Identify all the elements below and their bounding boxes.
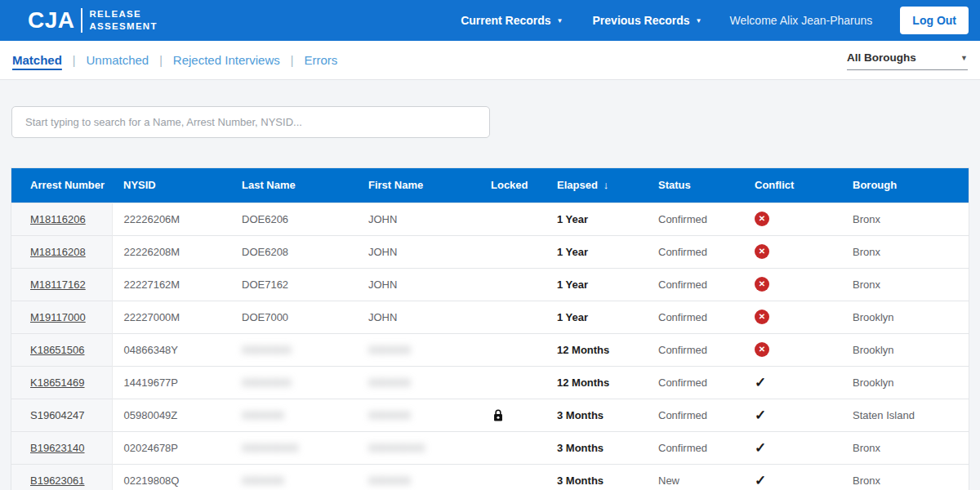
topnav-dropdown-current-records[interactable]: Current Records ▼ <box>461 14 563 27</box>
arrest-number-link[interactable]: M18117162 <box>30 278 86 291</box>
locked-cell <box>479 203 546 235</box>
elapsed-cell: 1 Year <box>546 235 647 268</box>
column-header-last-name[interactable]: Last Name <box>230 168 357 203</box>
column-header-elapsed[interactable]: Elapsed↓ <box>546 168 647 203</box>
table-row[interactable]: M18116206 22226206M DOE6206 JOHN 1 Year … <box>11 203 969 235</box>
tab-separator: | <box>73 54 76 67</box>
column-header-locked[interactable]: Locked <box>479 168 546 203</box>
column-header-status[interactable]: Status <box>647 168 743 203</box>
tab-separator: | <box>159 54 163 67</box>
cja-logo: CJA RELEASE ASSESMENT <box>28 8 158 33</box>
locked-cell <box>479 431 546 464</box>
arrest-number-cell: B19623061 <box>11 464 112 490</box>
nysid-cell: 22227162M <box>112 268 230 301</box>
arrest-number-link[interactable]: M19117000 <box>30 311 86 323</box>
arrest-number-link[interactable]: B19623061 <box>30 474 85 487</box>
conflict-cell: ✕ ✓ <box>743 399 841 431</box>
first-name-cell: XXXXXXXX <box>357 431 479 464</box>
topnav-dropdowns: Current Records ▼ Previous Records ▼ <box>461 14 702 27</box>
first-name-cell: JOHN <box>357 268 479 301</box>
locked-cell <box>479 399 546 431</box>
table-row[interactable]: S19604247 05980049Z XXXXXX XXXXXX 3 Mont… <box>11 399 969 431</box>
arrest-number-link[interactable]: K18651469 <box>30 376 85 389</box>
last-name-cell: XXXXXXXX <box>230 431 357 464</box>
borough-cell: Bronx <box>841 235 969 268</box>
tab-matched[interactable]: Matched <box>12 53 62 67</box>
nysid-cell: 05980049Z <box>112 399 230 431</box>
table-row[interactable]: K18651506 04866348Y XXXXXXX XXXXXX 12 Mo… <box>11 333 969 366</box>
x-circle-icon: ✕ <box>755 310 769 324</box>
first-name-cell: XXXXXX <box>357 366 479 399</box>
table-row[interactable]: B19623061 02219808Q XXXXXX XXXXXX 3 Mont… <box>11 464 969 490</box>
product-name-line2: ASSESMENT <box>90 20 158 33</box>
conflict-cell: ✕ ✓ <box>743 464 841 490</box>
column-header-borough[interactable]: Borough <box>841 168 969 203</box>
conflict-cell: ✕ ✓ <box>743 333 841 366</box>
x-circle-icon: ✕ <box>755 212 769 226</box>
top-navigation: Current Records ▼ Previous Records ▼ Wel… <box>461 7 969 34</box>
borough-filter-select[interactable]: All Boroughs ▼ <box>847 51 968 70</box>
locked-cell <box>479 301 546 333</box>
table-row[interactable]: M18117162 22227162M DOE7162 JOHN 1 Year … <box>11 268 969 301</box>
x-circle-icon: ✕ <box>755 342 769 357</box>
column-header-conflict[interactable]: Conflict <box>743 168 841 203</box>
arrest-number-cell: S19604247 <box>11 399 112 431</box>
tab-unmatched[interactable]: Unmatched <box>86 53 149 67</box>
last-name-cell: DOE7162 <box>230 268 357 301</box>
elapsed-cell: 3 Months <box>546 399 647 431</box>
table-row[interactable]: M18116208 22226208M DOE6208 JOHN 1 Year … <box>11 235 969 268</box>
nysid-cell: 22226206M <box>112 203 230 235</box>
arrest-number-cell: B19623140 <box>11 431 112 464</box>
topnav-dropdown-label: Previous Records <box>593 14 690 27</box>
elapsed-cell: 3 Months <box>546 431 647 464</box>
elapsed-cell: 1 Year <box>546 301 647 333</box>
arrest-number-link[interactable]: M18116208 <box>30 246 86 258</box>
status-cell: Confirmed <box>647 203 743 235</box>
locked-cell <box>479 464 546 490</box>
column-header-first-name[interactable]: First Name <box>357 168 479 203</box>
first-name-cell: JOHN <box>357 235 479 268</box>
cja-logo-acronym: CJA <box>28 9 75 32</box>
search-row <box>11 106 980 138</box>
tab-rejected-interviews[interactable]: Rejected Interviews <box>173 53 280 67</box>
elapsed-cell: 12 Months <box>546 366 647 399</box>
arrest-number-link: S19604247 <box>30 409 85 421</box>
arrest-number-link[interactable]: K18651506 <box>30 344 85 356</box>
elapsed-cell: 12 Months <box>546 333 647 366</box>
last-name-cell: XXXXXX <box>230 464 357 490</box>
chevron-down-icon: ▼ <box>696 18 702 24</box>
arrest-number-cell: K18651469 <box>11 366 112 399</box>
chevron-down-icon: ▼ <box>557 18 564 24</box>
conflict-cell: ✕ ✓ <box>743 431 841 464</box>
table-row[interactable]: K18651469 14419677P XXXXXXX XXXXXX 12 Mo… <box>11 366 969 399</box>
arrest-number-cell: M18116208 <box>11 235 112 268</box>
topnav-dropdown-previous-records[interactable]: Previous Records ▼ <box>593 14 702 27</box>
last-name-cell: XXXXXX <box>230 399 357 431</box>
column-header-nysid[interactable]: NYSID <box>112 168 230 203</box>
column-header-arrest-number[interactable]: Arrest Number <box>11 168 112 203</box>
welcome-text: Welcome Alix Jean-Pharuns <box>730 14 873 27</box>
arrest-number-link[interactable]: M18116206 <box>30 213 86 225</box>
tab-errors[interactable]: Errors <box>304 53 337 67</box>
records-table: Arrest NumberNYSIDLast NameFirst NameLoc… <box>11 168 969 490</box>
logout-button[interactable]: Log Out <box>900 7 969 34</box>
x-circle-icon: ✕ <box>755 277 769 292</box>
elapsed-cell: 3 Months <box>546 464 647 490</box>
arrest-number-link[interactable]: B19623140 <box>30 442 85 454</box>
x-circle-icon: ✕ <box>755 244 769 259</box>
logo-divider <box>81 8 82 33</box>
last-name-cell: XXXXXXX <box>230 366 357 399</box>
last-name-cell: DOE7000 <box>230 301 357 333</box>
arrest-number-cell: M18116206 <box>11 203 112 235</box>
search-input[interactable] <box>11 106 490 138</box>
product-name: RELEASE ASSESMENT <box>90 8 158 33</box>
tab-separator: | <box>291 54 294 67</box>
nysid-cell: 04866348Y <box>112 333 230 366</box>
table-row[interactable]: M19117000 22227000M DOE7000 JOHN 1 Year … <box>11 301 969 333</box>
product-name-line1: RELEASE <box>90 8 158 20</box>
check-icon: ✓ <box>755 375 766 390</box>
tabs: Matched|Unmatched|Rejected Interviews|Er… <box>12 53 337 67</box>
table-row[interactable]: B19623140 02024678P XXXXXXXX XXXXXXXX 3 … <box>11 431 969 464</box>
last-name-cell: DOE6208 <box>230 235 357 268</box>
check-icon: ✓ <box>755 473 766 488</box>
